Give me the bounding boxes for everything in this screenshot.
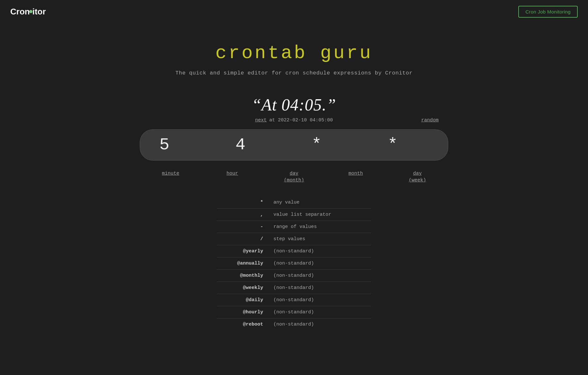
logo-text-suffix: itor — [32, 7, 46, 17]
logo-dot — [29, 10, 32, 13]
table-row: @yearly(non-standard) — [217, 245, 371, 257]
desc-cell: any value — [268, 196, 371, 209]
symbol-cell: @hourly — [217, 306, 268, 318]
table-row: @monthly(non-standard) — [217, 270, 371, 282]
table-row: *any value — [217, 196, 371, 209]
desc-cell: range of values — [268, 221, 371, 233]
field-label-hour[interactable]: hour — [201, 170, 263, 184]
table-row: @weekly(non-standard) — [217, 282, 371, 294]
desc-cell: value list separator — [268, 209, 371, 221]
symbol-cell: @monthly — [217, 270, 268, 282]
desc-cell: (non-standard) — [268, 294, 371, 306]
field-label-minute[interactable]: minute — [140, 170, 201, 184]
next-value: at 2022-02-10 04:05:00 — [269, 118, 333, 123]
symbol-cell: @yearly — [217, 245, 268, 257]
symbol-cell: - — [217, 221, 268, 233]
cron-input-wrapper — [140, 129, 448, 161]
table-row: @hourly(non-standard) — [217, 306, 371, 318]
desc-cell: (non-standard) — [268, 245, 371, 257]
field-label-day-month[interactable]: day(month) — [263, 170, 325, 184]
symbol-cell: / — [217, 233, 268, 245]
field-label-day-week[interactable]: day(week) — [387, 170, 448, 184]
table-row: /step values — [217, 233, 371, 245]
random-link[interactable]: random — [421, 118, 439, 123]
table-row: @annually(non-standard) — [217, 257, 371, 270]
logo: Cronitor — [10, 7, 46, 17]
symbol-cell: , — [217, 209, 268, 221]
reference-table: *any value,value list separator-range of… — [217, 196, 371, 330]
expression-display: “At 04:05.” — [252, 95, 336, 114]
symbol-cell: * — [217, 196, 268, 209]
table-row: ,value list separator — [217, 209, 371, 221]
symbol-cell: @weekly — [217, 282, 268, 294]
field-label-month[interactable]: month — [325, 170, 387, 184]
desc-cell: (non-standard) — [268, 257, 371, 270]
next-link[interactable]: next — [255, 118, 267, 123]
table-row: @reboot(non-standard) — [217, 318, 371, 331]
logo-text: Cron — [10, 7, 30, 17]
desc-cell: (non-standard) — [268, 306, 371, 318]
table-row: @daily(non-standard) — [217, 294, 371, 306]
next-line: next at 2022-02-10 04:05:00 random — [149, 118, 439, 123]
subtitle: The quick and simple editor for cron sch… — [175, 70, 413, 76]
desc-cell: step values — [268, 233, 371, 245]
field-labels: minute hour day(month) month day(week) — [140, 170, 448, 184]
desc-cell: (non-standard) — [268, 318, 371, 331]
symbol-cell: @reboot — [217, 318, 268, 331]
table-row: -range of values — [217, 221, 371, 233]
cron-job-monitoring-button[interactable]: Cron Job Monitoring — [518, 6, 578, 18]
symbol-cell: @annually — [217, 257, 268, 270]
desc-cell: (non-standard) — [268, 282, 371, 294]
desc-cell: (non-standard) — [268, 270, 371, 282]
page-title: crontab guru — [215, 43, 373, 64]
expression-text: “At 04:05.” — [252, 96, 336, 114]
symbol-cell: @daily — [217, 294, 268, 306]
cron-input[interactable] — [159, 135, 429, 154]
